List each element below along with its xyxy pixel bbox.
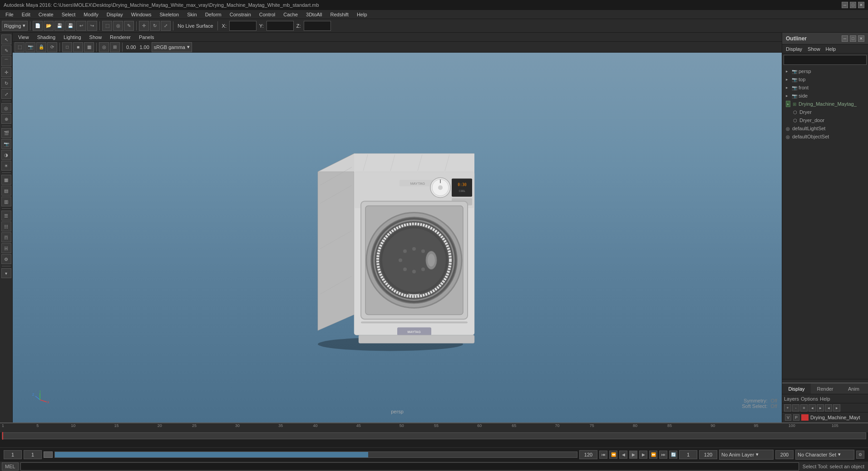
menu-edit[interactable]: Edit — [18, 11, 34, 18]
viewport-menu-shading[interactable]: Shading — [34, 34, 59, 41]
x-field[interactable] — [229, 21, 256, 31]
br-tab-anim[interactable]: Anim — [839, 383, 868, 394]
save-as-btn[interactable]: 💾 — [65, 21, 75, 31]
br-move-down-btn[interactable]: ▸ — [817, 404, 824, 412]
tree-item-top[interactable]: ▸ 📷 top — [782, 75, 868, 83]
anim-layers-btn[interactable]: ▥ — [1, 196, 11, 206]
mode-dropdown[interactable]: Rigging ▾ — [2, 21, 28, 31]
display-layers-btn[interactable]: ▤ — [1, 186, 11, 196]
char-set-dropdown[interactable]: No Character Set ▾ — [795, 450, 854, 460]
tree-item-front[interactable]: ▸ 📷 front — [782, 83, 868, 92]
layer-visibility-btn[interactable]: V — [785, 414, 791, 421]
viewport-menu-panels[interactable]: Panels — [135, 34, 158, 41]
frame-end-input[interactable] — [579, 450, 597, 459]
rotate-tool-btn[interactable]: ↻ — [1, 78, 11, 88]
scene-btn[interactable]: ☵ — [1, 243, 11, 253]
br-subtab-help[interactable]: Help — [820, 396, 830, 402]
vp-wireframe[interactable]: □ — [62, 42, 72, 52]
vp-isolate[interactable]: ◎ — [99, 42, 109, 52]
menu-constrain[interactable]: Constrain — [226, 11, 255, 18]
vp-select-mask[interactable]: ⬚ — [15, 42, 25, 52]
play-btn[interactable]: ▶ — [629, 451, 637, 459]
viewport-menu-view[interactable]: View — [15, 34, 33, 41]
new-file-btn[interactable]: 📄 — [33, 21, 43, 31]
menu-skeleton[interactable]: Skeleton — [156, 11, 182, 18]
rotate-btn[interactable]: ↻ — [150, 21, 160, 31]
quick-select-btn[interactable]: ☰ — [1, 211, 11, 221]
mel-input[interactable] — [20, 462, 799, 471]
lasso-select-btn[interactable]: ⌒ — [1, 56, 11, 66]
render-btn[interactable]: 🎬 — [1, 128, 11, 138]
vp-smooth[interactable]: ■ — [73, 42, 83, 52]
outliner-maximize[interactable]: □ — [850, 35, 856, 42]
maximize-button[interactable]: □ — [850, 2, 856, 8]
redo-btn[interactable]: ↪ — [87, 21, 97, 31]
tree-item-dryer-door[interactable]: ⬡ Dryer_door — [782, 116, 868, 124]
vp-sync[interactable]: ⟳ — [47, 42, 57, 52]
viewport-canvas[interactable]: MAYTAG 0:30 COOL — [13, 53, 782, 422]
tree-item-side[interactable]: ▸ 📷 side — [782, 92, 868, 100]
lasso-btn[interactable]: ◎ — [113, 21, 123, 31]
tools-btn[interactable]: ⚙ — [1, 254, 11, 264]
menu-help[interactable]: Help — [353, 11, 371, 18]
minimize-button[interactable]: ─ — [842, 2, 848, 8]
layer-color-swatch[interactable] — [801, 414, 809, 421]
outliner-search-input[interactable] — [784, 55, 867, 65]
anim-range[interactable] — [54, 451, 577, 458]
range-end-display[interactable] — [699, 450, 717, 459]
select-btn[interactable]: ⬚ — [102, 21, 112, 31]
br-new-layer-btn[interactable]: + — [784, 404, 791, 412]
menu-select[interactable]: Select — [58, 11, 79, 18]
scale-tool-btn[interactable]: ⤢ — [1, 89, 11, 99]
soft-mod-btn[interactable]: ◎ — [1, 103, 11, 113]
save-file-btn[interactable]: 💾 — [54, 21, 64, 31]
close-button[interactable]: ✕ — [858, 2, 864, 8]
layer-playback-btn[interactable]: P — [793, 414, 799, 421]
paint-select-btn[interactable]: ✎ — [1, 45, 11, 55]
tree-item-default-object-set[interactable]: ◎ defaultObjectSet — [782, 132, 868, 141]
loop-btn[interactable]: 🔄 — [669, 451, 677, 459]
shader-btn[interactable]: ◑ — [1, 150, 11, 160]
cam-btn[interactable]: 📷 — [1, 139, 11, 149]
range-start-input[interactable] — [679, 450, 697, 459]
playback-end-input[interactable] — [775, 450, 794, 459]
br-tab-display[interactable]: Display — [782, 383, 811, 394]
tree-item-persp[interactable]: ▸ 📷 persp — [782, 67, 868, 75]
prev-key-btn[interactable]: ⏪ — [609, 451, 617, 459]
vp-grid[interactable]: ⊞ — [110, 42, 120, 52]
timeline-bar[interactable] — [2, 432, 866, 439]
tree-item-drying-machine[interactable]: ▸ ⊞ Drying_Machine_Maytag_ — [782, 100, 868, 108]
outliner-close[interactable]: ✕ — [858, 35, 864, 42]
br-less-btn[interactable]: ▸ — [833, 404, 840, 412]
light-btn[interactable]: ☀ — [1, 161, 11, 171]
move-btn[interactable]: ✛ — [139, 21, 149, 31]
menu-deform[interactable]: Deform — [202, 11, 225, 18]
br-delete-layer-btn[interactable]: - — [792, 404, 799, 412]
outliner-minimize[interactable]: ─ — [842, 35, 848, 42]
scale-btn[interactable]: ⤢ — [161, 21, 171, 31]
extra-btn[interactable]: ▾ — [1, 268, 11, 278]
tree-item-dryer[interactable]: ⬡ Dryer — [782, 108, 868, 116]
next-key-btn[interactable]: ⏩ — [649, 451, 657, 459]
undo-btn[interactable]: ↩ — [76, 21, 86, 31]
menu-file[interactable]: File — [2, 11, 17, 18]
menu-display[interactable]: Display — [103, 11, 127, 18]
anim-layer-dropdown[interactable]: No Anim Layer ▾ — [719, 450, 774, 460]
move-tool-btn[interactable]: ✛ — [1, 67, 11, 77]
br-subtab-options[interactable]: Options — [801, 396, 818, 402]
menu-modify[interactable]: Modify — [80, 11, 102, 18]
frame-current-input[interactable] — [24, 450, 42, 459]
viewport-menu-lighting[interactable]: Lighting — [60, 34, 85, 41]
paint-btn[interactable]: ✎ — [124, 21, 134, 31]
br-tab-render[interactable]: Render — [811, 383, 839, 394]
select-tool-btn[interactable]: ↖ — [1, 34, 11, 44]
menu-create[interactable]: Create — [35, 11, 57, 18]
layer-btn[interactable]: ▦ — [1, 175, 11, 185]
menu-skin[interactable]: Skin — [183, 11, 200, 18]
menu-windows[interactable]: Windows — [128, 11, 155, 18]
next-frame-btn[interactable]: ▶ — [639, 451, 647, 459]
outliner-scrollbar[interactable] — [782, 379, 868, 383]
frame-start-input[interactable] — [4, 450, 22, 459]
outliner-menu-help[interactable]: Help — [824, 45, 838, 53]
menu-3dtoall[interactable]: 3DtoAll — [302, 11, 326, 18]
